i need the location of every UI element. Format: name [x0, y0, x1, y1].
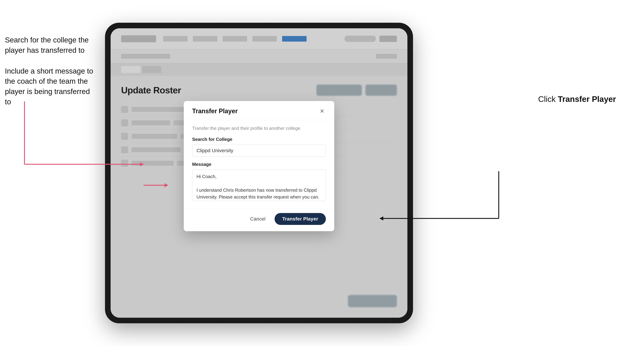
cancel-button[interactable]: Cancel [245, 213, 270, 224]
transfer-player-button[interactable]: Transfer Player [274, 213, 326, 225]
annotation-message-text: Include a short message to the coach of … [5, 66, 96, 107]
modal-body: Transfer the player and their profile to… [184, 120, 334, 209]
annotation-click-label: Click [538, 95, 558, 104]
search-college-input[interactable] [192, 145, 326, 157]
modal-header: Transfer Player ✕ [184, 101, 334, 120]
modal-title: Transfer Player [192, 107, 238, 115]
annotation-transfer-bold: Transfer Player [558, 95, 616, 104]
annotation-search-text: Search for the college the player has tr… [5, 35, 96, 56]
tablet-frame: Update Roster [105, 23, 413, 323]
tablet-screen: Update Roster [110, 28, 408, 318]
modal-overlay: Transfer Player ✕ Transfer the player an… [110, 28, 408, 318]
message-label: Message [192, 162, 326, 167]
modal-subtitle: Transfer the player and their profile to… [192, 126, 326, 131]
annotation-right: Click Transfer Player [538, 94, 616, 104]
annotation-left: Search for the college the player has tr… [5, 35, 96, 118]
modal-close-button[interactable]: ✕ [318, 107, 326, 115]
modal-footer: Cancel Transfer Player [184, 209, 334, 231]
transfer-modal: Transfer Player ✕ Transfer the player an… [184, 101, 334, 231]
message-textarea[interactable]: Hi Coach, I understand Chris Robertson h… [192, 170, 326, 201]
search-college-label: Search for College [192, 137, 326, 142]
